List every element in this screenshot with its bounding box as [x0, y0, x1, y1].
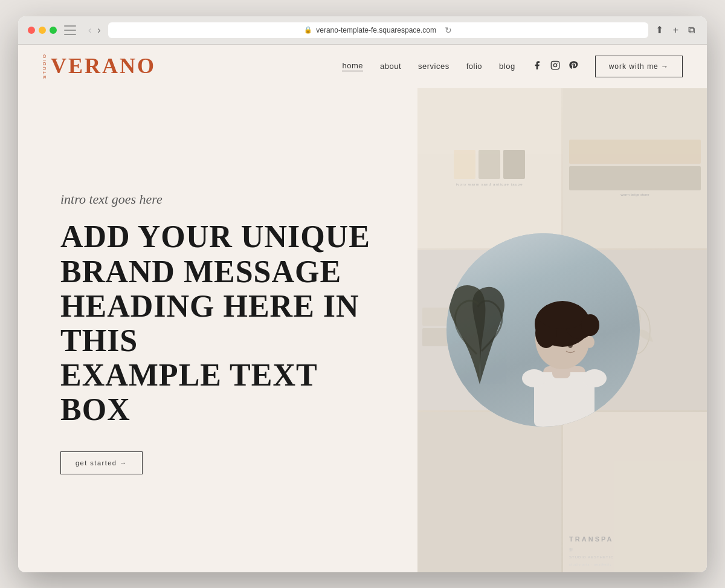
- back-arrow-button[interactable]: ‹: [86, 24, 94, 37]
- collage-cell-5: [417, 412, 561, 572]
- collage-cell-1: ivory warm sand antique taupe: [417, 88, 561, 248]
- hero-heading-line3: HEADING HERE IN THIS: [60, 289, 359, 358]
- maximize-button[interactable]: [50, 27, 57, 34]
- hero-heading-line1: ADD YOUR UNIQUE: [60, 219, 370, 254]
- hero-right: ivory warm sand antique taupe warm beige…: [417, 88, 707, 572]
- url-text: verano-template-fe.squarespace.com: [316, 26, 436, 34]
- svg-point-18: [568, 342, 573, 348]
- close-button[interactable]: [28, 27, 35, 34]
- site-header: STUDIO VERANO home about services folio …: [18, 45, 707, 88]
- portrait-placeholder: [446, 233, 640, 427]
- logo-studio-text: STUDIO: [42, 53, 47, 79]
- hero-heading-line4: EXAMPLE TEXT BOX: [60, 358, 317, 427]
- svg-point-4: [553, 63, 556, 66]
- logo-area: STUDIO VERANO: [42, 53, 156, 79]
- instagram-icon[interactable]: [550, 60, 560, 73]
- nav-folio[interactable]: folio: [466, 62, 482, 71]
- hero-heading: ADD YOUR UNIQUE BRAND MESSAGE HEADING HE…: [60, 219, 375, 427]
- svg-point-19: [581, 314, 599, 336]
- collage-cell-2: warm beige stone: [563, 88, 707, 248]
- hero-left: intro text goes here ADD YOUR UNIQUE BRA…: [18, 88, 417, 572]
- person-portrait-icon: [495, 245, 628, 427]
- navigation-arrows: ‹ ›: [86, 24, 103, 37]
- new-tab-button[interactable]: +: [671, 24, 681, 37]
- get-started-button[interactable]: get started →: [60, 451, 143, 474]
- hero-heading-line2: BRAND MESSAGE: [60, 254, 341, 289]
- circle-portrait: [446, 233, 640, 427]
- nav-blog[interactable]: blog: [499, 62, 515, 71]
- pinterest-icon[interactable]: [569, 60, 578, 73]
- intro-text: intro text goes here: [60, 192, 387, 207]
- browser-chrome: ‹ › 🔒 verano-template-fe.squarespace.com…: [18, 16, 707, 45]
- site-nav: home about services folio blog: [342, 56, 683, 77]
- nav-services[interactable]: services: [418, 62, 450, 71]
- collage-cell-6: TRANSPA 宋 STUDIO AESTHETIC studio arts ·…: [563, 412, 707, 572]
- browser-toolbar: ‹ › 🔒 verano-template-fe.squarespace.com…: [64, 22, 697, 38]
- site-main: intro text goes here ADD YOUR UNIQUE BRA…: [18, 88, 707, 572]
- forward-arrow-button[interactable]: ›: [95, 24, 103, 37]
- svg-rect-0: [64, 25, 76, 27]
- logo-brand-name[interactable]: VERANO: [51, 53, 156, 79]
- work-with-me-button[interactable]: work with me →: [595, 56, 683, 77]
- svg-rect-1: [64, 30, 76, 31]
- browser-window: ‹ › 🔒 verano-template-fe.squarespace.com…: [18, 16, 707, 572]
- browser-actions: ⬆ + ⧉: [653, 23, 697, 37]
- nav-about[interactable]: about: [380, 62, 401, 71]
- svg-point-17: [585, 336, 594, 348]
- svg-point-10: [582, 369, 607, 387]
- svg-point-9: [522, 369, 546, 387]
- traffic-lights: [28, 27, 57, 34]
- website: STUDIO VERANO home about services folio …: [18, 45, 707, 572]
- facebook-icon[interactable]: [532, 60, 542, 73]
- minimize-button[interactable]: [39, 27, 46, 34]
- lock-icon: 🔒: [304, 26, 312, 34]
- svg-rect-3: [551, 61, 559, 69]
- refresh-icon[interactable]: ↻: [445, 25, 452, 35]
- social-icons: [532, 60, 578, 73]
- address-bar[interactable]: 🔒 verano-template-fe.squarespace.com ↻: [108, 22, 648, 38]
- nav-home[interactable]: home: [342, 61, 363, 71]
- sidebar-toggle-button[interactable]: [64, 24, 81, 36]
- share-button[interactable]: ⬆: [653, 23, 666, 37]
- duplicate-button[interactable]: ⧉: [686, 24, 697, 37]
- svg-point-5: [557, 62, 558, 63]
- svg-point-16: [538, 305, 587, 329]
- svg-rect-2: [64, 34, 76, 35]
